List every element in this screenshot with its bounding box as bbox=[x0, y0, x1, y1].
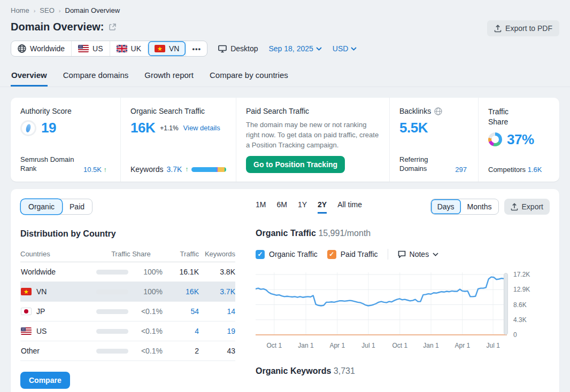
traffic-share-percent: 100% bbox=[130, 287, 166, 296]
traffic-value[interactable]: 4 bbox=[166, 327, 199, 335]
legend-label: Paid Traffic bbox=[341, 250, 378, 258]
location-pill-us[interactable]: US bbox=[71, 41, 109, 56]
range-tab-all-time[interactable]: All time bbox=[337, 200, 362, 214]
country-row-other[interactable]: Other<0.1%243 bbox=[20, 341, 235, 361]
keywords-intent-bar bbox=[191, 167, 226, 172]
legend-paid-traffic[interactable]: ✓Paid Traffic bbox=[327, 250, 378, 259]
tab-growth-report[interactable]: Growth report bbox=[144, 68, 194, 87]
notes-dropdown[interactable]: Notes bbox=[398, 250, 439, 258]
keywords-value[interactable]: 14 bbox=[199, 307, 235, 316]
date-range-tabs: 1M6M1Y2YAll time bbox=[256, 200, 362, 214]
x-axis-label: Apr 1 bbox=[329, 342, 345, 349]
more-locations-button[interactable]: ••• bbox=[186, 42, 207, 56]
breadcrumb-separator: › bbox=[59, 7, 61, 14]
device-selector[interactable]: Desktop bbox=[218, 44, 258, 53]
traffic-share-percent: <0.1% bbox=[130, 307, 166, 316]
toggle-organic[interactable]: Organic bbox=[21, 199, 62, 214]
country-row-worldwide[interactable]: Worldwide100%16.1K3.8K bbox=[20, 262, 235, 282]
checkbox-icon: ✓ bbox=[327, 250, 336, 259]
country-row-jp[interactable]: JP<0.1%5414 bbox=[20, 302, 235, 322]
legend-label: Organic Traffic bbox=[269, 250, 318, 258]
traffic-share-bar bbox=[96, 329, 128, 334]
export-chart-label: Export bbox=[522, 202, 543, 211]
organic-traffic-value: 16K bbox=[130, 120, 155, 136]
referring-domains-value[interactable]: 297 bbox=[455, 166, 467, 174]
country-row-vn[interactable]: VN100%16K3.7K bbox=[20, 282, 235, 302]
traffic-share-donut-icon bbox=[488, 132, 502, 146]
page-title: Domain Overview: bbox=[11, 21, 104, 33]
granularity-days[interactable]: Days bbox=[431, 199, 461, 214]
compare-button[interactable]: Compare bbox=[20, 372, 70, 389]
range-tab-1y[interactable]: 1Y bbox=[298, 200, 307, 214]
export-pdf-button[interactable]: Export to PDF bbox=[487, 20, 559, 36]
traffic-share-bar bbox=[96, 270, 128, 275]
chevron-down-icon bbox=[316, 47, 322, 51]
competitors-value[interactable]: 1.6K bbox=[528, 166, 542, 174]
backlinks-value: 5.5K bbox=[399, 120, 428, 136]
range-tab-1m[interactable]: 1M bbox=[256, 200, 266, 214]
x-axis-label: Jul 1 bbox=[486, 342, 499, 349]
currency-selector[interactable]: USD bbox=[333, 44, 357, 53]
domain-rank-label: Semrush Domain Rank bbox=[20, 155, 78, 174]
organic-paid-toggle: OrganicPaid bbox=[20, 199, 93, 215]
domain-overview-page: Home › SEO › Domain Overview Domain Over… bbox=[0, 0, 570, 392]
granularity-toggle: DaysMonths bbox=[430, 199, 499, 215]
currency-value: USD bbox=[333, 44, 349, 53]
report-tabs: OverviewCompare domainsGrowth reportComp… bbox=[0, 68, 570, 87]
organic-traffic-change: +1.1% bbox=[160, 124, 178, 132]
backlinks-label: Backlinks bbox=[399, 107, 431, 115]
keywords-value[interactable]: 19 bbox=[199, 327, 235, 335]
y-axis-label: 8.6K bbox=[513, 301, 527, 309]
tab-compare-domains[interactable]: Compare domains bbox=[63, 68, 129, 87]
distribution-title: Distribution by Country bbox=[20, 229, 235, 239]
traffic-share-percent: <0.1% bbox=[130, 327, 166, 335]
country-distribution-table: CountriesTraffic ShareTrafficKeywordsWor… bbox=[20, 246, 235, 361]
y-axis-label: 12.9K bbox=[513, 286, 530, 293]
keywords-value: 43 bbox=[199, 347, 235, 355]
x-axis-label: Oct 1 bbox=[266, 342, 282, 349]
location-label: Worldwide bbox=[30, 44, 65, 53]
legend-organic-traffic[interactable]: ✓Organic Traffic bbox=[256, 250, 318, 259]
chart-scrollbar-handle[interactable] bbox=[504, 273, 508, 335]
flag-uk-icon bbox=[117, 45, 127, 52]
notes-icon bbox=[398, 250, 406, 258]
position-tracking-button[interactable]: Go to Position Tracking bbox=[246, 156, 345, 173]
keywords-value[interactable]: 3.7K bbox=[166, 165, 182, 174]
breadcrumb-home[interactable]: Home bbox=[11, 6, 29, 14]
view-details-link[interactable]: View details bbox=[183, 124, 220, 132]
y-axis-label: 0 bbox=[513, 331, 517, 339]
tab-overview[interactable]: Overview bbox=[11, 68, 48, 87]
col-countries: Countries bbox=[20, 250, 96, 258]
checkbox-icon: ✓ bbox=[256, 250, 265, 259]
organic-traffic-chart-subtitle: 15,991/month bbox=[318, 229, 371, 238]
external-link-icon[interactable] bbox=[109, 23, 117, 31]
traffic-value[interactable]: 16K bbox=[166, 287, 199, 296]
x-axis-label: Jul 1 bbox=[361, 342, 375, 349]
range-tab-6m[interactable]: 6M bbox=[276, 200, 287, 214]
granularity-months[interactable]: Months bbox=[461, 199, 498, 214]
tab-compare-by-countries[interactable]: Compare by countries bbox=[209, 68, 289, 87]
export-chart-button[interactable]: Export bbox=[504, 199, 550, 215]
organic-traffic-chart-title: Organic Traffic bbox=[256, 229, 316, 238]
country-table-header: CountriesTraffic ShareTrafficKeywords bbox=[20, 246, 235, 262]
keywords-value[interactable]: 3.7K bbox=[199, 287, 235, 296]
breadcrumb-current: Domain Overview bbox=[65, 6, 120, 14]
chart-x-axis: Oct 1Jan 1Apr 1Jul 1Oct 1Jan 1Apr 1Jul 1 bbox=[256, 342, 507, 350]
country-row-us[interactable]: US<0.1%419 bbox=[20, 322, 235, 341]
competitors-label: Competitors bbox=[488, 166, 526, 174]
toggle-paid[interactable]: Paid bbox=[62, 199, 92, 214]
location-pill-worldwide[interactable]: Worldwide bbox=[11, 41, 71, 56]
breadcrumb-seo[interactable]: SEO bbox=[40, 6, 54, 14]
breadcrumb-separator: › bbox=[34, 7, 36, 14]
domain-rank-value[interactable]: 10.5K bbox=[83, 166, 102, 174]
date-selector[interactable]: Sep 18, 2025 bbox=[268, 44, 321, 53]
upload-icon bbox=[494, 25, 502, 33]
traffic-value: 2 bbox=[166, 347, 199, 355]
globe-info-icon[interactable] bbox=[434, 107, 442, 115]
y-axis-label: 4.3K bbox=[513, 316, 527, 324]
flag-us-icon bbox=[21, 327, 32, 335]
range-tab-2y[interactable]: 2Y bbox=[318, 200, 327, 214]
location-pill-vn[interactable]: VN bbox=[148, 41, 186, 56]
traffic-value[interactable]: 54 bbox=[166, 307, 199, 316]
location-pill-uk[interactable]: UK bbox=[110, 41, 148, 56]
